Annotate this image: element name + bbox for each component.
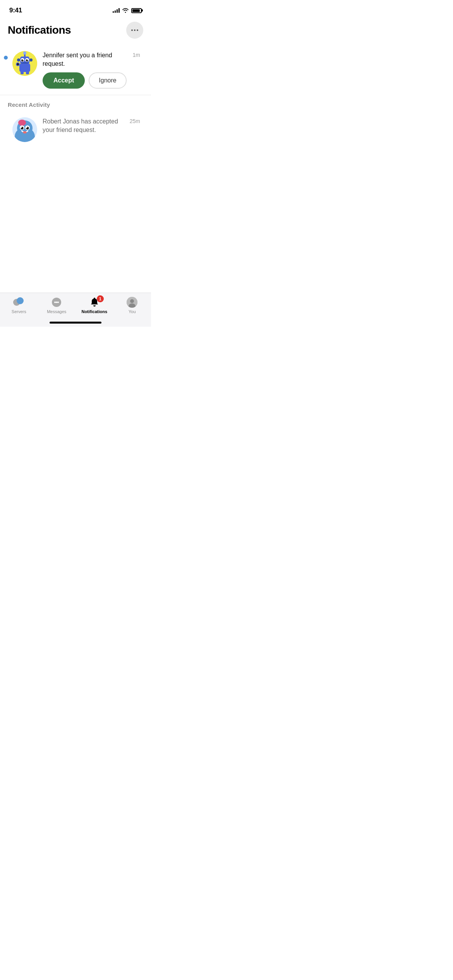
svg-point-27 [26,127,27,128]
ellipsis-icon [131,29,138,31]
svg-point-31 [56,302,57,303]
svg-rect-1 [19,63,30,72]
jennifer-avatar [12,51,37,76]
servers-icon [13,297,25,307]
messages-icon [51,297,62,307]
svg-point-9 [22,59,23,60]
tab-servers[interactable]: Servers [0,297,38,314]
robert-avatar [12,117,37,142]
you-avatar-image [127,297,137,308]
robert-notification-time: 25m [130,117,140,124]
page-title: Notifications [8,24,71,36]
battery-icon [131,8,142,13]
status-icons [113,8,142,13]
messages-label: Messages [47,309,66,314]
jennifer-avatar-image [12,51,37,76]
svg-rect-15 [26,71,29,74]
notifications-label: Notifications [81,309,107,314]
tab-messages[interactable]: Messages [38,297,76,314]
tab-notifications[interactable]: 1 Notifications [76,297,113,314]
svg-point-32 [57,302,59,303]
svg-rect-14 [21,71,24,74]
notification-time: 1m [133,51,140,58]
svg-point-13 [29,58,33,62]
header: Notifications [0,19,151,45]
servers-label: Servers [12,309,26,314]
svg-point-12 [17,58,20,62]
robert-avatar-image [12,117,37,142]
notification-badge: 1 [97,295,104,302]
svg-point-10 [27,59,28,60]
recent-activity-label: Recent Activity [0,95,151,111]
ignore-button[interactable]: Ignore [89,72,126,89]
friend-request-notification: Jennifer sent you a friend request. 1m A… [0,45,151,95]
robert-notification-content: Robert Jonas has accepted your friend re… [43,117,143,139]
you-icon-wrapper [126,297,138,308]
robert-notification-text: Robert Jonas has accepted your friend re… [43,117,130,135]
messages-icon-wrapper [50,297,63,308]
notifications-icon-wrapper: 1 [88,297,101,308]
unread-indicator [4,56,8,60]
svg-point-28 [23,131,27,134]
status-bar: 9:41 [0,0,151,19]
notification-text: Jennifer sent you a friend request. [43,51,133,69]
svg-rect-11 [21,62,28,63]
servers-icon-wrapper [13,297,25,308]
svg-point-17 [17,63,19,65]
svg-point-4 [23,51,26,55]
you-label: You [129,309,136,314]
svg-point-21 [18,120,26,126]
accept-button[interactable]: Accept [43,72,85,89]
svg-point-34 [130,299,134,303]
tab-you[interactable]: You [113,297,151,314]
action-buttons: Accept Ignore [43,72,140,89]
svg-point-30 [54,302,56,303]
more-button[interactable] [126,22,143,39]
wifi-icon [122,8,129,13]
home-indicator [50,322,101,324]
you-avatar [127,297,137,308]
svg-point-26 [21,127,22,128]
status-time: 9:41 [9,7,22,14]
notification-content: Jennifer sent you a friend request. 1m A… [43,51,143,89]
robert-notification: Robert Jonas has accepted your friend re… [0,111,151,148]
signal-icon [113,8,120,13]
